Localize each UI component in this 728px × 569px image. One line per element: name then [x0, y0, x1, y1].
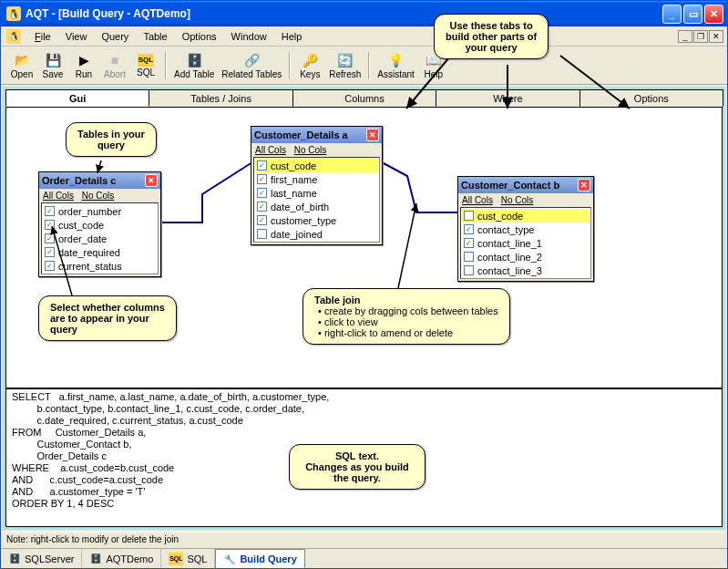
- client-area: Gui Tables / Joins Columns Where Options…: [3, 87, 725, 530]
- query-canvas[interactable]: Order_Details c ✕ All Cols No Cols ✓orde…: [5, 108, 723, 388]
- callout-use-tabs: Use these tabs to build other parts of y…: [434, 14, 549, 59]
- svg-line-5: [560, 56, 630, 109]
- tab-sql-bottom[interactable]: SQLSQL: [161, 549, 215, 568]
- database-icon: 🗄️: [8, 553, 21, 565]
- svg-line-0: [97, 160, 101, 173]
- build-query-icon: 🔧: [223, 553, 236, 565]
- database-icon: 🗄️: [89, 553, 102, 565]
- bottom-tabstrip: 🗄️SQLServer 🗄️AQTDemo SQLSQL 🔧Build Quer…: [1, 548, 727, 568]
- svg-line-2: [398, 203, 416, 288]
- svg-line-1: [52, 226, 72, 295]
- tab-sqlserver[interactable]: 🗄️SQLServer: [1, 549, 82, 568]
- tab-build-query[interactable]: 🔧Build Query: [215, 549, 304, 568]
- status-text: Note: right-click to modify or delete th…: [6, 534, 179, 544]
- tab-aqtdemo[interactable]: 🗄️AQTDemo: [82, 549, 161, 568]
- svg-line-3: [406, 57, 449, 109]
- statusbar: Note: right-click to modify or delete th…: [1, 532, 727, 548]
- callout-sql-text: SQL text. Changes as you build the query…: [289, 444, 426, 490]
- main-window: 🐧 AQT - [Build Query - AQTDemo] _ ▭ ✕ 🐧 …: [0, 0, 728, 569]
- callout-select-cols: Select whether columns are to appear in …: [38, 295, 177, 341]
- sql-icon: SQL: [169, 553, 183, 565]
- sql-panel[interactable]: SELECT a.first_name, a.last_name, a.date…: [5, 388, 723, 527]
- callout-table-join: Table join create by dragging cols betwe…: [302, 288, 510, 345]
- top-callout-arrows: [1, 1, 728, 129]
